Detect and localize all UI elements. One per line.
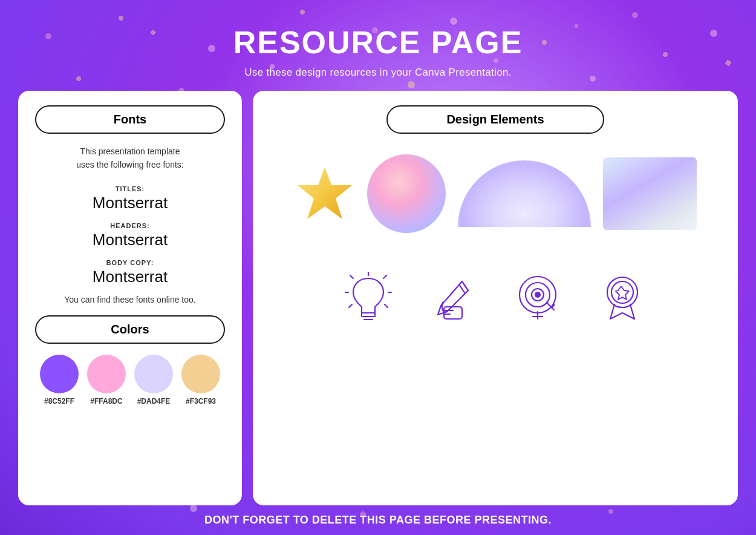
gradient-circle	[367, 154, 446, 233]
pencil-hand-icon-item	[420, 263, 486, 330]
gradient-square	[603, 157, 697, 230]
color-swatch-pink	[87, 355, 126, 393]
pencil-hand-icon	[426, 269, 480, 324]
footer: DON'T FORGET TO DELETE THIS PAGE BEFORE …	[0, 505, 756, 535]
fonts-header: Fonts	[35, 105, 225, 134]
color-hex-lavender: #DAD4FE	[137, 397, 171, 405]
star-shape	[295, 164, 355, 224]
font-name-titles: Montserrat	[35, 194, 225, 212]
gradient-semicircle	[458, 160, 591, 227]
color-hex-yellow: #F3CF93	[186, 397, 216, 405]
color-item-yellow: #F3CF93	[181, 355, 220, 405]
svg-rect-45	[444, 307, 462, 319]
font-label-headers: HEADERS:	[110, 222, 149, 229]
svg-line-42	[349, 304, 352, 307]
font-entry-body: BODY COPY: Montserrat	[35, 257, 225, 286]
color-item-purple: #8C52FF	[40, 355, 79, 405]
shapes-row	[275, 148, 716, 239]
color-swatch-purple	[40, 355, 79, 393]
color-hex-purple: #8C52FF	[44, 397, 74, 405]
svg-line-38	[350, 275, 353, 278]
color-item-lavender: #DAD4FE	[134, 355, 173, 405]
svg-line-39	[383, 275, 386, 278]
font-name-headers: Montserrat	[35, 231, 225, 249]
icons-row	[275, 263, 716, 330]
fonts-description: This presentation templateuses the follo…	[35, 145, 225, 172]
color-item-pink: #FFA8DC	[87, 355, 126, 405]
font-name-body: Montserrat	[35, 268, 225, 286]
color-swatch-yellow	[181, 355, 220, 393]
font-label-body: BODY COPY:	[106, 259, 154, 266]
font-entry-headers: HEADERS: Montserrat	[35, 220, 225, 249]
svg-line-44	[462, 281, 468, 290]
target-icon-item	[504, 263, 571, 330]
page-wrapper: RESOURCE PAGE Use these design resources…	[0, 0, 756, 535]
award-icon	[595, 269, 650, 324]
main-content: Fonts This presentation templateuses the…	[0, 91, 756, 505]
color-hex-pink: #FFA8DC	[90, 397, 122, 405]
svg-line-43	[385, 304, 388, 307]
page-title: RESOURCE PAGE	[233, 24, 523, 61]
lightbulb-icon-item	[335, 263, 402, 330]
target-icon	[510, 269, 565, 324]
right-panel: Design Elements	[253, 91, 738, 505]
header: RESOURCE PAGE Use these design resources…	[221, 0, 535, 91]
svg-marker-32	[298, 167, 352, 219]
fonts-note: You can find these fonts online too.	[35, 295, 225, 304]
footer-text: DON'T FORGET TO DELETE THIS PAGE BEFORE …	[204, 514, 552, 526]
left-panel: Fonts This presentation templateuses the…	[18, 91, 242, 505]
page-subtitle: Use these design resources in your Canva…	[233, 67, 523, 79]
award-icon-item	[589, 263, 656, 330]
font-label-titles: TITLES:	[116, 185, 145, 192]
svg-point-49	[535, 292, 540, 297]
svg-point-55	[611, 281, 633, 303]
lightbulb-icon	[341, 269, 396, 324]
colors-header: Colors	[35, 315, 225, 344]
font-entry-titles: TITLES: Montserrat	[35, 183, 225, 212]
design-elements-header: Design Elements	[386, 105, 604, 134]
colors-row: #8C52FF #FFA8DC #DAD4FE #F3CF93	[35, 355, 225, 405]
color-swatch-lavender	[134, 355, 173, 393]
